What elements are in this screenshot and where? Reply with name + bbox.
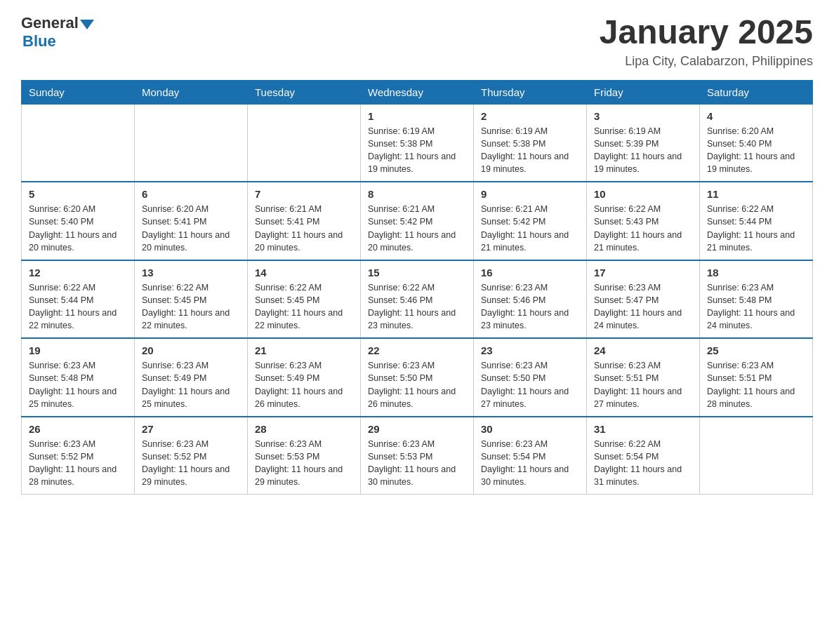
day-number: 12 bbox=[29, 267, 127, 279]
day-info: Sunrise: 6:22 AMSunset: 5:45 PMDaylight:… bbox=[142, 281, 240, 333]
col-monday: Monday bbox=[135, 80, 248, 104]
day-info: Sunrise: 6:22 AMSunset: 5:44 PMDaylight:… bbox=[29, 281, 127, 333]
day-number: 16 bbox=[481, 267, 579, 279]
day-number: 3 bbox=[594, 110, 692, 122]
table-row: 28Sunrise: 6:23 AMSunset: 5:53 PMDayligh… bbox=[248, 417, 361, 495]
logo-general-text: General bbox=[21, 14, 79, 32]
day-info: Sunrise: 6:22 AMSunset: 5:43 PMDaylight:… bbox=[594, 203, 692, 254]
table-row: 23Sunrise: 6:23 AMSunset: 5:50 PMDayligh… bbox=[474, 338, 587, 417]
table-row: 6Sunrise: 6:20 AMSunset: 5:41 PMDaylight… bbox=[135, 182, 248, 260]
page-header: General Blue January 2025 Lipa City, Cal… bbox=[21, 14, 813, 69]
calendar-week-row: 19Sunrise: 6:23 AMSunset: 5:48 PMDayligh… bbox=[22, 338, 813, 417]
day-info: Sunrise: 6:23 AMSunset: 5:48 PMDaylight:… bbox=[29, 359, 127, 410]
day-info: Sunrise: 6:21 AMSunset: 5:42 PMDaylight:… bbox=[368, 203, 466, 254]
day-number: 13 bbox=[142, 267, 240, 279]
day-info: Sunrise: 6:23 AMSunset: 5:52 PMDaylight:… bbox=[29, 438, 127, 489]
col-friday: Friday bbox=[587, 80, 700, 104]
day-number: 1 bbox=[368, 110, 466, 122]
day-number: 9 bbox=[481, 188, 579, 200]
calendar-header-row: Sunday Monday Tuesday Wednesday Thursday… bbox=[22, 80, 813, 104]
day-number: 30 bbox=[481, 423, 579, 435]
day-info: Sunrise: 6:23 AMSunset: 5:46 PMDaylight:… bbox=[481, 281, 579, 333]
day-number: 18 bbox=[707, 267, 805, 279]
table-row: 9Sunrise: 6:21 AMSunset: 5:42 PMDaylight… bbox=[474, 182, 587, 260]
day-number: 6 bbox=[142, 188, 240, 200]
table-row: 16Sunrise: 6:23 AMSunset: 5:46 PMDayligh… bbox=[474, 260, 587, 339]
day-info: Sunrise: 6:19 AMSunset: 5:38 PMDaylight:… bbox=[368, 125, 466, 176]
table-row bbox=[22, 104, 135, 182]
day-number: 23 bbox=[481, 344, 579, 356]
col-saturday: Saturday bbox=[700, 80, 813, 104]
month-title: January 2025 bbox=[600, 14, 813, 51]
day-number: 29 bbox=[368, 423, 466, 435]
logo: General Blue bbox=[21, 14, 94, 51]
day-info: Sunrise: 6:23 AMSunset: 5:51 PMDaylight:… bbox=[707, 359, 805, 410]
col-thursday: Thursday bbox=[474, 80, 587, 104]
col-wednesday: Wednesday bbox=[361, 80, 474, 104]
table-row: 27Sunrise: 6:23 AMSunset: 5:52 PMDayligh… bbox=[135, 417, 248, 495]
day-info: Sunrise: 6:22 AMSunset: 5:54 PMDaylight:… bbox=[594, 438, 692, 489]
location-subtitle: Lipa City, Calabarzon, Philippines bbox=[600, 54, 813, 69]
day-info: Sunrise: 6:19 AMSunset: 5:39 PMDaylight:… bbox=[594, 125, 692, 176]
table-row: 7Sunrise: 6:21 AMSunset: 5:41 PMDaylight… bbox=[248, 182, 361, 260]
day-info: Sunrise: 6:20 AMSunset: 5:41 PMDaylight:… bbox=[142, 203, 240, 254]
day-number: 8 bbox=[368, 188, 466, 200]
table-row: 22Sunrise: 6:23 AMSunset: 5:50 PMDayligh… bbox=[361, 338, 474, 417]
table-row: 29Sunrise: 6:23 AMSunset: 5:53 PMDayligh… bbox=[361, 417, 474, 495]
calendar-week-row: 12Sunrise: 6:22 AMSunset: 5:44 PMDayligh… bbox=[22, 260, 813, 339]
day-info: Sunrise: 6:20 AMSunset: 5:40 PMDaylight:… bbox=[707, 125, 805, 176]
table-row: 10Sunrise: 6:22 AMSunset: 5:43 PMDayligh… bbox=[587, 182, 700, 260]
table-row: 13Sunrise: 6:22 AMSunset: 5:45 PMDayligh… bbox=[135, 260, 248, 339]
table-row: 18Sunrise: 6:23 AMSunset: 5:48 PMDayligh… bbox=[700, 260, 813, 339]
table-row: 24Sunrise: 6:23 AMSunset: 5:51 PMDayligh… bbox=[587, 338, 700, 417]
day-info: Sunrise: 6:23 AMSunset: 5:47 PMDaylight:… bbox=[594, 281, 692, 333]
table-row: 15Sunrise: 6:22 AMSunset: 5:46 PMDayligh… bbox=[361, 260, 474, 339]
day-info: Sunrise: 6:23 AMSunset: 5:48 PMDaylight:… bbox=[707, 281, 805, 333]
table-row bbox=[135, 104, 248, 182]
calendar-table: Sunday Monday Tuesday Wednesday Thursday… bbox=[21, 80, 813, 495]
day-info: Sunrise: 6:23 AMSunset: 5:50 PMDaylight:… bbox=[368, 359, 466, 410]
day-number: 28 bbox=[255, 423, 353, 435]
day-number: 25 bbox=[707, 344, 805, 356]
calendar-week-row: 1Sunrise: 6:19 AMSunset: 5:38 PMDaylight… bbox=[22, 104, 813, 182]
day-info: Sunrise: 6:23 AMSunset: 5:49 PMDaylight:… bbox=[142, 359, 240, 410]
table-row bbox=[700, 417, 813, 495]
day-info: Sunrise: 6:21 AMSunset: 5:42 PMDaylight:… bbox=[481, 203, 579, 254]
day-number: 17 bbox=[594, 267, 692, 279]
logo-blue-text: Blue bbox=[22, 32, 94, 51]
day-info: Sunrise: 6:19 AMSunset: 5:38 PMDaylight:… bbox=[481, 125, 579, 176]
calendar-week-row: 5Sunrise: 6:20 AMSunset: 5:40 PMDaylight… bbox=[22, 182, 813, 260]
day-info: Sunrise: 6:23 AMSunset: 5:52 PMDaylight:… bbox=[142, 438, 240, 489]
table-row: 5Sunrise: 6:20 AMSunset: 5:40 PMDaylight… bbox=[22, 182, 135, 260]
day-number: 15 bbox=[368, 267, 466, 279]
day-info: Sunrise: 6:20 AMSunset: 5:40 PMDaylight:… bbox=[29, 203, 127, 254]
day-info: Sunrise: 6:22 AMSunset: 5:45 PMDaylight:… bbox=[255, 281, 353, 333]
table-row: 25Sunrise: 6:23 AMSunset: 5:51 PMDayligh… bbox=[700, 338, 813, 417]
table-row: 21Sunrise: 6:23 AMSunset: 5:49 PMDayligh… bbox=[248, 338, 361, 417]
day-info: Sunrise: 6:23 AMSunset: 5:54 PMDaylight:… bbox=[481, 438, 579, 489]
table-row bbox=[248, 104, 361, 182]
table-row: 30Sunrise: 6:23 AMSunset: 5:54 PMDayligh… bbox=[474, 417, 587, 495]
table-row: 26Sunrise: 6:23 AMSunset: 5:52 PMDayligh… bbox=[22, 417, 135, 495]
day-number: 27 bbox=[142, 423, 240, 435]
logo-triangle-icon bbox=[80, 20, 94, 29]
col-sunday: Sunday bbox=[22, 80, 135, 104]
day-number: 14 bbox=[255, 267, 353, 279]
table-row: 8Sunrise: 6:21 AMSunset: 5:42 PMDaylight… bbox=[361, 182, 474, 260]
col-tuesday: Tuesday bbox=[248, 80, 361, 104]
day-number: 20 bbox=[142, 344, 240, 356]
day-number: 2 bbox=[481, 110, 579, 122]
table-row: 11Sunrise: 6:22 AMSunset: 5:44 PMDayligh… bbox=[700, 182, 813, 260]
day-number: 24 bbox=[594, 344, 692, 356]
table-row: 2Sunrise: 6:19 AMSunset: 5:38 PMDaylight… bbox=[474, 104, 587, 182]
table-row: 4Sunrise: 6:20 AMSunset: 5:40 PMDaylight… bbox=[700, 104, 813, 182]
table-row: 14Sunrise: 6:22 AMSunset: 5:45 PMDayligh… bbox=[248, 260, 361, 339]
day-number: 22 bbox=[368, 344, 466, 356]
day-number: 19 bbox=[29, 344, 127, 356]
day-number: 5 bbox=[29, 188, 127, 200]
day-number: 26 bbox=[29, 423, 127, 435]
day-info: Sunrise: 6:22 AMSunset: 5:46 PMDaylight:… bbox=[368, 281, 466, 333]
day-info: Sunrise: 6:23 AMSunset: 5:50 PMDaylight:… bbox=[481, 359, 579, 410]
day-number: 4 bbox=[707, 110, 805, 122]
day-number: 10 bbox=[594, 188, 692, 200]
